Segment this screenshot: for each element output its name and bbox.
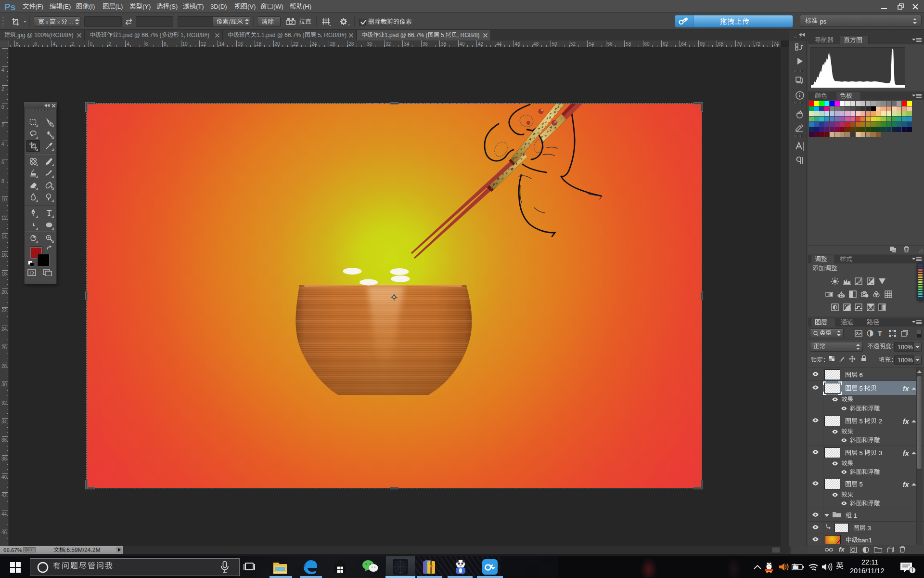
svg-text:1: 1 xyxy=(911,567,914,573)
